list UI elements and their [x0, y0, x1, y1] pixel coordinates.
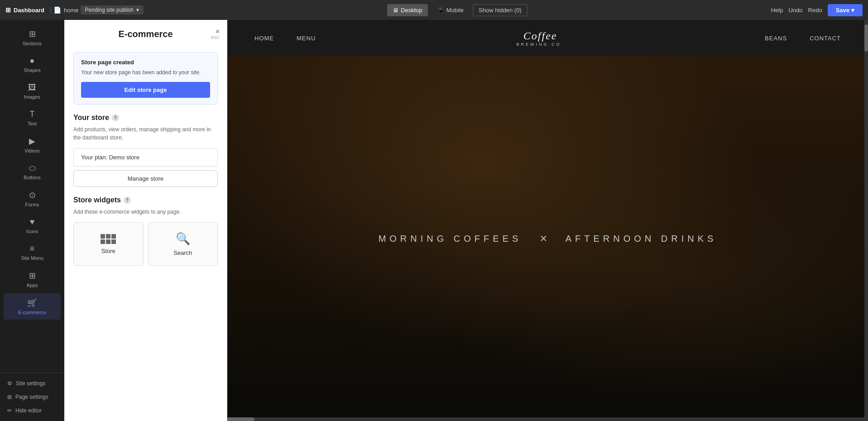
edit-store-page-button[interactable]: Edit store page	[81, 82, 210, 98]
images-icon: 🖼	[28, 83, 36, 92]
store-grid-icon	[101, 234, 116, 244]
hero-text-right: AFTERNOON DRINKS	[566, 234, 717, 244]
preview-inner: HOME MENU Coffee BREWING CO. BEANS CONTA…	[227, 20, 868, 421]
hero-section: MORNING COFFEES × AFTERNOON DRINKS	[227, 56, 868, 421]
widgets-row: Store 🔍 Search	[73, 222, 218, 266]
site-menu-icon: ≡	[30, 244, 35, 254]
hide-editor-icon: ✏	[7, 407, 12, 414]
redo-button[interactable]: Redo	[808, 7, 822, 14]
help-button[interactable]: Help	[771, 7, 783, 14]
store-page-created-box: Store page created Your new store page h…	[73, 52, 218, 105]
desktop-button[interactable]: 🖥 Desktop	[387, 4, 428, 16]
sidebar-bottom-page-settings[interactable]: ⊞ Page settings	[0, 390, 64, 404]
hero-separator: ×	[540, 231, 547, 246]
site-settings-icon: ⚙	[7, 380, 12, 387]
widgets-header: Store widgets ?	[73, 196, 218, 204]
sidebar-item-forms[interactable]: ⊙ Forms	[4, 186, 61, 212]
search-widget-label: Search	[173, 249, 192, 256]
sidebar-item-text[interactable]: T Text	[4, 105, 61, 131]
sidebar-item-videos[interactable]: ▶ Videos	[4, 132, 61, 158]
plan-label: Your plan: Demo store	[81, 154, 139, 161]
sidebar-item-images[interactable]: 🖼 Images	[4, 78, 61, 104]
nav-links-left: HOME MENU	[254, 35, 316, 42]
scrollbar-thumb-horizontal	[227, 417, 254, 421]
preview-scrollbar-vertical[interactable]	[864, 20, 868, 421]
nav-beans[interactable]: BEANS	[765, 35, 787, 42]
shapes-icon: ●	[30, 56, 35, 66]
forms-icon: ⊙	[29, 190, 36, 200]
undo-button[interactable]: Undo	[788, 7, 802, 14]
panel-close-button[interactable]: ×	[216, 28, 220, 35]
current-page: 📄 home	[53, 6, 79, 14]
widgets-title: Store widgets	[73, 196, 121, 204]
sidebar-item-sections[interactable]: ⊞ Sections	[4, 24, 61, 51]
page-settings-icon: ⊞	[7, 394, 12, 400]
info-box-text: Your new store page has been added to yo…	[81, 68, 210, 77]
panel-content: Store page created Your new store page h…	[64, 47, 227, 421]
info-box-title: Store page created	[81, 59, 210, 66]
store-widget-card[interactable]: Store	[73, 222, 144, 266]
sidebar-item-apps[interactable]: ⊞ Apps	[4, 266, 61, 292]
sections-icon: ⊞	[29, 29, 36, 39]
text-icon: T	[30, 110, 35, 119]
desktop-icon: 🖥	[393, 7, 398, 14]
sidebar-item-e-commerce[interactable]: 🛒 E-commerce	[4, 293, 61, 320]
show-hidden-button[interactable]: Show hidden (0)	[473, 4, 528, 16]
sidebar-item-label: Images	[24, 94, 40, 100]
dashboard-link[interactable]: ⊞ Dashboard	[5, 6, 48, 14]
save-chevron-icon: ▾	[851, 7, 854, 14]
nav-home[interactable]: HOME	[254, 35, 274, 42]
sidebar-bottom-hide-editor[interactable]: ✏ Hide editor	[0, 404, 64, 417]
sidebar: ⊞ Sections ● Shapes 🖼 Images T Text ▶ Vi…	[0, 20, 64, 421]
logo-sub: BREWING CO.	[516, 42, 564, 47]
dashboard-label: Dashboard	[14, 7, 44, 14]
widgets-help-button[interactable]: ?	[124, 196, 131, 204]
mobile-icon: 📱	[437, 7, 444, 14]
plan-box: Your plan: Demo store	[73, 148, 218, 167]
sidebar-bottom-site-settings[interactable]: ⚙ Site settings	[0, 377, 64, 390]
your-store-help-button[interactable]: ?	[112, 114, 119, 121]
sidebar-bottom-label: Hide editor	[15, 407, 42, 414]
manage-store-button[interactable]: Manage store	[73, 170, 218, 187]
sidebar-bottom-label: Site settings	[16, 380, 45, 387]
panel-title: E-commerce	[118, 29, 173, 39]
nav-menu[interactable]: MENU	[297, 35, 316, 42]
topbar-left: ⊞ Dashboard | 📄 home Pending site publis…	[5, 5, 144, 14]
logo-text: Coffee	[516, 30, 564, 42]
pending-chevron-icon: ▾	[136, 7, 139, 13]
icons-icon: ♥	[30, 217, 35, 227]
desktop-label: Desktop	[401, 7, 422, 14]
save-label: Save	[836, 7, 849, 14]
your-store-desc: Add products, view orders, manage shippi…	[73, 125, 218, 142]
sidebar-item-label: Icons	[26, 229, 38, 234]
page-name: home	[64, 7, 79, 14]
preview-scrollbar-horizontal[interactable]	[227, 417, 864, 421]
save-button[interactable]: Save ▾	[828, 4, 863, 16]
hero-text-left: MORNING COFFEES	[379, 234, 522, 244]
search-icon: 🔍	[176, 232, 190, 246]
scrollbar-thumb-vertical	[864, 24, 868, 52]
close-icon: ×	[216, 28, 220, 35]
nav-contact[interactable]: CONTACT	[810, 35, 841, 42]
apps-icon: ⊞	[29, 271, 36, 281]
hero-content: MORNING COFFEES × AFTERNOON DRINKS	[227, 231, 868, 246]
search-widget-card[interactable]: 🔍 Search	[148, 222, 218, 266]
panel-header: E-commerce × ESC	[64, 20, 227, 47]
mobile-label: Mobile	[446, 7, 464, 14]
site-preview: HOME MENU Coffee BREWING CO. BEANS CONTA…	[227, 20, 868, 421]
sidebar-item-label: Sections	[23, 41, 42, 46]
pending-publish-badge[interactable]: Pending site publish ▾	[81, 5, 144, 14]
sidebar-item-buttons[interactable]: ⬭ Buttons	[4, 159, 61, 185]
sidebar-item-label: E-commerce	[18, 310, 46, 315]
your-store-header: Your store ?	[73, 114, 218, 122]
sidebar-item-label: Apps	[26, 282, 38, 288]
your-store-title: Your store	[73, 114, 109, 122]
ecommerce-panel: E-commerce × ESC Store page created Your…	[64, 20, 227, 421]
sidebar-item-icons[interactable]: ♥ Icons	[4, 213, 61, 239]
sidebar-item-label: Videos	[24, 148, 39, 153]
device-switcher: 🖥 Desktop 📱 Mobile Show hidden (0)	[147, 4, 767, 16]
topbar-right: Help Undo Redo Save ▾	[771, 4, 863, 16]
sidebar-item-shapes[interactable]: ● Shapes	[4, 52, 61, 77]
mobile-button[interactable]: 📱 Mobile	[432, 4, 469, 16]
sidebar-item-site-menu[interactable]: ≡ Site Menu	[4, 239, 61, 265]
